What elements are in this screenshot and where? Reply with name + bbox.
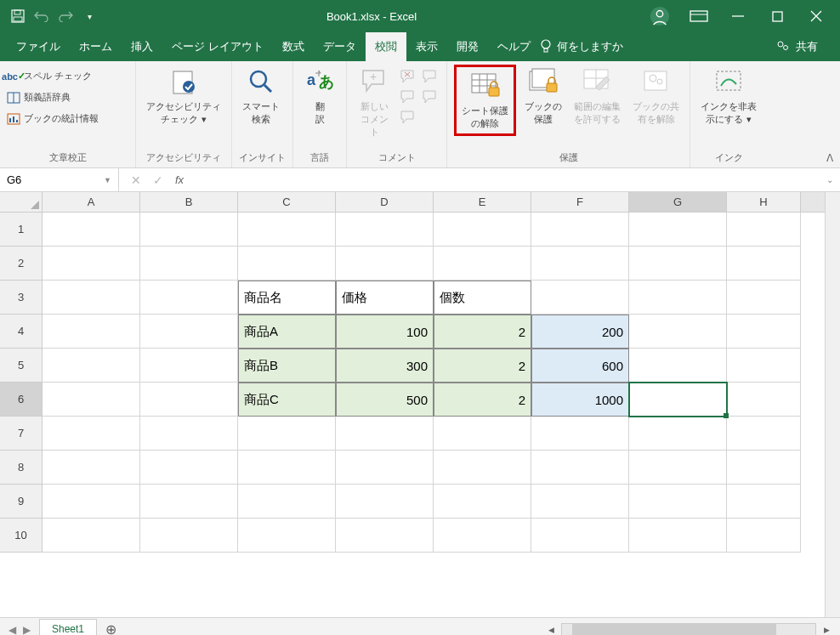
col-header-B[interactable]: B (140, 192, 238, 212)
tell-me[interactable]: 何をしますか (540, 38, 623, 56)
cell-H4[interactable] (727, 315, 801, 349)
cell-C5[interactable]: 商品B (238, 349, 336, 383)
share-button[interactable]: 共有 (777, 39, 833, 54)
select-all-button[interactable] (0, 192, 43, 212)
cell-G3[interactable] (629, 281, 727, 315)
sheet-nav[interactable]: ◀▶ (0, 624, 39, 636)
cell-F7[interactable] (531, 417, 629, 451)
smart-lookup-button[interactable]: スマート 検索 (239, 65, 283, 128)
cell-F4[interactable]: 200 (531, 315, 629, 349)
row-header-5[interactable]: 5 (0, 349, 43, 383)
hscroll-right-icon[interactable]: ▶ (821, 624, 831, 636)
cell-D2[interactable] (336, 247, 434, 281)
cell-F6[interactable]: 1000 (531, 383, 629, 417)
cell-D8[interactable] (336, 451, 434, 485)
cell-E6[interactable]: 2 (434, 383, 531, 417)
cell-A4[interactable] (43, 315, 140, 349)
new-comment-button[interactable]: + 新しい コメント (354, 65, 395, 140)
col-header-F[interactable]: F (531, 192, 629, 212)
cell-A9[interactable] (43, 485, 140, 519)
name-box[interactable]: G6 ▼ (0, 168, 119, 191)
col-header-H[interactable]: H (727, 192, 801, 212)
vertical-scrollbar[interactable] (825, 192, 840, 617)
cell-D5[interactable]: 300 (336, 349, 434, 383)
tab-home[interactable]: ホーム (70, 32, 122, 61)
row-header-4[interactable]: 4 (0, 315, 43, 349)
hscroll-left-icon[interactable]: ◀ (546, 624, 556, 636)
cell-G6[interactable] (629, 383, 727, 417)
cell-G7[interactable] (629, 417, 727, 451)
cell-B2[interactable] (140, 247, 238, 281)
ribbon-display-icon[interactable] (689, 6, 709, 26)
row-header-2[interactable]: 2 (0, 247, 43, 281)
tab-data[interactable]: データ (314, 32, 366, 61)
cell-H10[interactable] (727, 519, 801, 553)
cell-B4[interactable] (140, 315, 238, 349)
row-header-6[interactable]: 6 (0, 383, 43, 417)
cell-H3[interactable] (727, 281, 801, 315)
cell-E10[interactable] (434, 519, 531, 553)
cell-E2[interactable] (434, 247, 531, 281)
cell-B1[interactable] (140, 213, 238, 247)
translate-button[interactable]: aあ 翻 訳 (300, 65, 339, 128)
spell-check-button[interactable]: abc✓スペル チェック (7, 68, 92, 84)
col-header-A[interactable]: A (43, 192, 140, 212)
cell-A10[interactable] (43, 519, 140, 553)
thesaurus-button[interactable]: 類義語辞典 (7, 89, 71, 105)
cell-E8[interactable] (434, 451, 531, 485)
cell-G4[interactable] (629, 315, 727, 349)
tab-page-layout[interactable]: ページ レイアウト (162, 32, 273, 61)
col-header-C[interactable]: C (238, 192, 336, 212)
tab-review[interactable]: 校閲 (366, 32, 406, 61)
cell-A6[interactable] (43, 383, 140, 417)
cell-G1[interactable] (629, 213, 727, 247)
redo-icon[interactable] (58, 9, 73, 24)
accessibility-check-button[interactable]: アクセシビリティ チェック ▾ (143, 65, 224, 128)
cell-E1[interactable] (434, 213, 531, 247)
row-header-3[interactable]: 3 (0, 281, 43, 315)
cell-A8[interactable] (43, 451, 140, 485)
cell-E7[interactable] (434, 417, 531, 451)
cell-G10[interactable] (629, 519, 727, 553)
collapse-ribbon-icon[interactable]: ᐱ (826, 152, 833, 164)
protect-workbook-button[interactable]: ブックの 保護 (521, 65, 565, 128)
cell-D9[interactable] (336, 485, 434, 519)
add-sheet-button[interactable]: ⊕ (97, 621, 125, 635)
name-box-dropdown-icon[interactable]: ▼ (104, 176, 111, 184)
cell-C8[interactable] (238, 451, 336, 485)
close-icon[interactable] (806, 6, 826, 26)
cell-B7[interactable] (140, 417, 238, 451)
cell-C1[interactable] (238, 213, 336, 247)
cell-B9[interactable] (140, 485, 238, 519)
row-header-9[interactable]: 9 (0, 485, 43, 519)
cell-E4[interactable]: 2 (434, 315, 531, 349)
cell-H8[interactable] (727, 451, 801, 485)
cell-A7[interactable] (43, 417, 140, 451)
hide-ink-button[interactable]: インクを非表 示にする ▾ (697, 65, 760, 128)
show-all-comments-icon[interactable] (423, 90, 440, 107)
cell-E9[interactable] (434, 485, 531, 519)
cell-D4[interactable]: 100 (336, 315, 434, 349)
worksheet[interactable]: A B C D E F G H 1 2 3商品名価格個数 4商品A1002200… (0, 192, 825, 617)
sheet-nav-next-icon[interactable]: ▶ (23, 624, 31, 636)
cell-B5[interactable] (140, 349, 238, 383)
cell-B10[interactable] (140, 519, 238, 553)
cell-D3[interactable]: 価格 (336, 281, 434, 315)
save-icon[interactable] (10, 9, 26, 24)
tab-insert[interactable]: 挿入 (122, 32, 162, 61)
cell-F5[interactable]: 600 (531, 349, 629, 383)
col-header-E[interactable]: E (434, 192, 531, 212)
cell-G2[interactable] (629, 247, 727, 281)
minimize-icon[interactable] (728, 6, 748, 26)
cell-H6[interactable] (727, 383, 801, 417)
row-header-7[interactable]: 7 (0, 417, 43, 451)
cell-H1[interactable] (727, 213, 801, 247)
cell-E5[interactable]: 2 (434, 349, 531, 383)
cell-A1[interactable] (43, 213, 140, 247)
cell-G9[interactable] (629, 485, 727, 519)
delete-comment-icon[interactable] (400, 70, 417, 87)
cell-F3[interactable] (531, 281, 629, 315)
horizontal-scrollbar[interactable] (561, 623, 816, 636)
tab-file[interactable]: ファイル (7, 32, 70, 61)
next-comment-icon[interactable] (400, 111, 417, 128)
